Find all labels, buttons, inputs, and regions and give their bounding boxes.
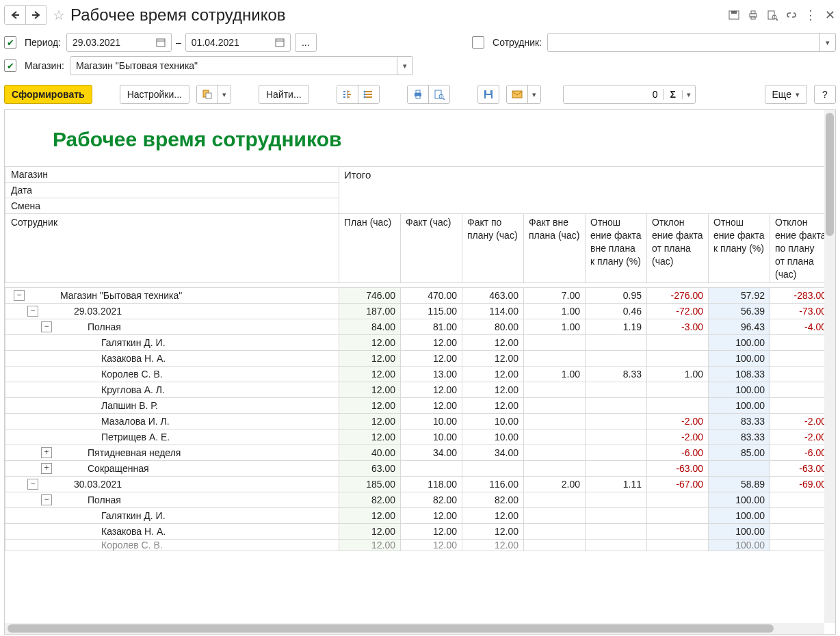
table-cell[interactable]: 12.00 bbox=[339, 429, 401, 445]
employee-filter-checkbox[interactable] bbox=[472, 36, 487, 49]
calendar-icon[interactable] bbox=[275, 38, 287, 47]
table-cell[interactable]: 96.43 bbox=[709, 319, 770, 335]
variants-dropdown[interactable]: ▾ bbox=[218, 85, 231, 103]
table-cell[interactable]: 34.00 bbox=[462, 445, 524, 461]
help-button[interactable]: ? bbox=[814, 85, 836, 104]
table-cell[interactable] bbox=[770, 398, 825, 414]
table-cell[interactable]: 1.00 bbox=[524, 319, 586, 335]
table-cell[interactable]: -4.00 bbox=[770, 319, 825, 335]
horizontal-scrollbar[interactable] bbox=[5, 623, 824, 634]
table-cell[interactable] bbox=[524, 429, 586, 445]
table-cell[interactable]: 12.00 bbox=[462, 351, 524, 367]
table-cell[interactable] bbox=[647, 508, 709, 524]
table-cell[interactable] bbox=[770, 492, 825, 508]
table-cell[interactable]: 81.00 bbox=[401, 319, 462, 335]
collapse-icon[interactable]: − bbox=[41, 494, 52, 505]
table-cell[interactable] bbox=[770, 524, 825, 540]
table-cell[interactable] bbox=[524, 524, 586, 540]
employee-value[interactable] bbox=[548, 34, 819, 51]
table-cell[interactable] bbox=[647, 382, 709, 398]
table-cell[interactable]: 12.00 bbox=[401, 382, 462, 398]
row-label[interactable]: Королев С. В. bbox=[5, 540, 339, 551]
table-cell[interactable]: 12.00 bbox=[462, 524, 524, 540]
favorite-star-icon[interactable]: ☆ bbox=[51, 8, 66, 23]
store-value[interactable]: Магазин "Бытовая техника" bbox=[70, 57, 397, 75]
table-cell[interactable]: 100.00 bbox=[709, 524, 770, 540]
table-cell[interactable]: -6.00 bbox=[647, 445, 709, 461]
table-cell[interactable]: 118.00 bbox=[401, 477, 462, 492]
table-cell[interactable]: 1.00 bbox=[524, 367, 586, 382]
table-cell[interactable]: -73.00 bbox=[770, 304, 825, 319]
table-cell[interactable]: 12.00 bbox=[462, 367, 524, 382]
table-cell[interactable]: 12.00 bbox=[462, 335, 524, 351]
table-cell[interactable] bbox=[524, 508, 586, 524]
print-preview-button[interactable] bbox=[428, 85, 449, 103]
table-cell[interactable]: -63.00 bbox=[647, 461, 709, 477]
table-cell[interactable] bbox=[524, 351, 586, 367]
table-cell[interactable] bbox=[647, 524, 709, 540]
table-cell[interactable]: 100.00 bbox=[709, 540, 770, 551]
expand-icon[interactable]: + bbox=[41, 447, 52, 458]
print-button[interactable] bbox=[408, 85, 428, 103]
table-cell[interactable]: 12.00 bbox=[401, 524, 462, 540]
table-cell[interactable]: -2.00 bbox=[770, 429, 825, 445]
collapse-icon[interactable]: − bbox=[14, 290, 25, 301]
save-as-button[interactable] bbox=[477, 85, 499, 104]
table-cell[interactable]: 82.00 bbox=[462, 492, 524, 508]
table-cell[interactable]: 7.00 bbox=[524, 288, 586, 304]
vertical-scrollbar[interactable] bbox=[824, 110, 835, 623]
table-cell[interactable]: 100.00 bbox=[709, 398, 770, 414]
table-cell[interactable]: 8.33 bbox=[586, 367, 647, 382]
table-cell[interactable]: 100.00 bbox=[709, 492, 770, 508]
table-cell[interactable]: 85.00 bbox=[709, 445, 770, 461]
table-cell[interactable] bbox=[586, 540, 647, 551]
table-cell[interactable]: -69.00 bbox=[770, 477, 825, 492]
table-cell[interactable]: 12.00 bbox=[339, 367, 401, 382]
table-cell[interactable] bbox=[524, 540, 586, 551]
date-from-input[interactable]: 29.03.2021 bbox=[66, 33, 172, 52]
send-email-dropdown[interactable]: ▾ bbox=[527, 85, 540, 103]
table-cell[interactable]: 83.33 bbox=[709, 429, 770, 445]
preview-icon[interactable] bbox=[766, 9, 778, 21]
row-label[interactable]: Казакова Н. А. bbox=[5, 351, 339, 367]
table-cell[interactable] bbox=[524, 382, 586, 398]
table-cell[interactable]: 12.00 bbox=[462, 382, 524, 398]
summary-input[interactable] bbox=[564, 85, 664, 103]
table-cell[interactable]: 2.00 bbox=[524, 477, 586, 492]
table-cell[interactable]: 82.00 bbox=[339, 492, 401, 508]
table-cell[interactable]: 0.46 bbox=[586, 304, 647, 319]
table-cell[interactable]: 12.00 bbox=[401, 540, 462, 551]
table-cell[interactable] bbox=[586, 508, 647, 524]
store-combo[interactable]: Магазин "Бытовая техника" ▾ bbox=[70, 56, 413, 75]
table-cell[interactable] bbox=[586, 398, 647, 414]
table-cell[interactable]: 12.00 bbox=[339, 540, 401, 551]
table-cell[interactable]: 12.00 bbox=[462, 540, 524, 551]
run-report-button[interactable]: Сформировать bbox=[4, 85, 92, 104]
table-cell[interactable] bbox=[586, 445, 647, 461]
table-cell[interactable]: 100.00 bbox=[709, 335, 770, 351]
table-cell[interactable]: -72.00 bbox=[647, 304, 709, 319]
table-cell[interactable]: 13.00 bbox=[401, 367, 462, 382]
table-cell[interactable] bbox=[770, 367, 825, 382]
table-cell[interactable]: 10.00 bbox=[401, 414, 462, 429]
link-icon[interactable] bbox=[785, 9, 798, 21]
table-cell[interactable] bbox=[524, 414, 586, 429]
table-cell[interactable] bbox=[647, 540, 709, 551]
table-cell[interactable]: 56.39 bbox=[709, 304, 770, 319]
table-cell[interactable]: -6.00 bbox=[770, 445, 825, 461]
table-cell[interactable]: 1.19 bbox=[586, 319, 647, 335]
expand-icon[interactable]: + bbox=[41, 463, 52, 474]
collapse-icon[interactable]: − bbox=[27, 306, 38, 317]
sigma-button[interactable]: Σ bbox=[664, 89, 682, 100]
collapse-all-button[interactable] bbox=[358, 85, 379, 103]
table-cell[interactable]: 12.00 bbox=[339, 524, 401, 540]
row-label[interactable]: Галяткин Д. И. bbox=[5, 335, 339, 351]
table-cell[interactable]: 84.00 bbox=[339, 319, 401, 335]
table-cell[interactable] bbox=[770, 508, 825, 524]
table-cell[interactable] bbox=[401, 461, 462, 477]
table-cell[interactable]: -276.00 bbox=[647, 288, 709, 304]
table-cell[interactable] bbox=[709, 461, 770, 477]
settings-button[interactable]: Настройки... bbox=[120, 85, 189, 104]
table-cell[interactable]: 185.00 bbox=[339, 477, 401, 492]
row-label[interactable]: Мазалова И. Л. bbox=[5, 414, 339, 429]
